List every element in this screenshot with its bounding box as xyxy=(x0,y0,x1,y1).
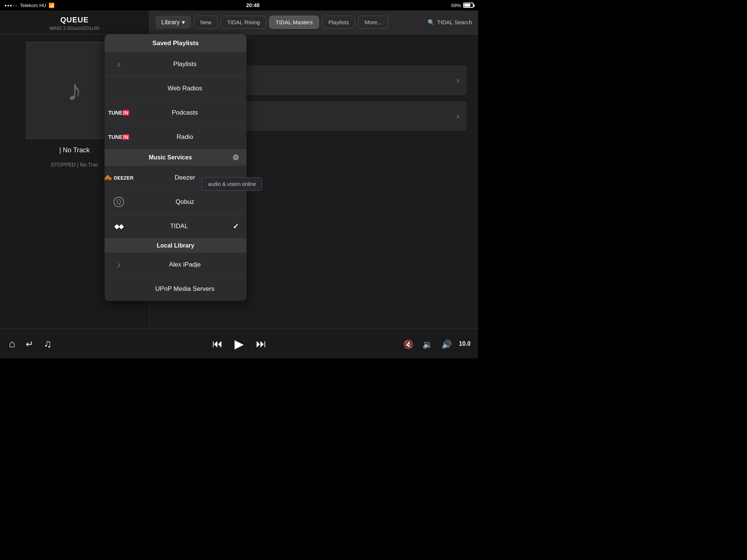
menu-item-alex-ipadje[interactable]: ♪ Alex iPadje xyxy=(105,253,247,277)
alex-ipadje-label: Alex iPadje xyxy=(131,261,239,268)
podcasts-label: Podcasts xyxy=(131,109,239,116)
tidal-rising-tab[interactable]: TIDAL Rising xyxy=(221,16,266,29)
web-radios-icon xyxy=(112,82,125,95)
queue-title: QUEUE xyxy=(4,16,145,24)
tidal-masters-tab[interactable]: TIDAL Masters xyxy=(269,16,319,29)
volume-up-icon: 🔊 xyxy=(441,340,452,349)
status-right: 69% xyxy=(451,3,474,8)
battery-percent: 69% xyxy=(451,3,461,8)
enter-icon: ↵ xyxy=(26,339,33,349)
queue-header: QUEUE MiND 2-501e2d201c80 xyxy=(0,10,149,34)
bottom-toolbar: ⌂ ↵ ♫ ⏮ ▶ ⏭ 🔇 🔉 🔊 10.0 xyxy=(0,329,478,358)
prev-icon: ⏮ xyxy=(212,338,223,349)
gear-icon[interactable]: ⚙ xyxy=(232,153,239,162)
deezer-bars-icon xyxy=(105,175,111,180)
tunein-podcasts-logo: TUNEIN xyxy=(112,106,125,119)
status-bar: ●●●○○ Telekom HU 📶 20:48 69% xyxy=(0,0,478,10)
volume-controls: 🔇 🔉 🔊 10.0 xyxy=(402,336,471,351)
mute-icon: 🔇 xyxy=(403,340,413,349)
battery-icon xyxy=(463,3,474,8)
queue-icon: ♫ xyxy=(44,338,52,349)
menu-item-qobuz[interactable]: Q Qobuz xyxy=(105,190,247,214)
menu-item-playlists[interactable]: ♪ Playlists xyxy=(105,52,247,77)
new-tab[interactable]: New xyxy=(194,16,218,29)
home-icon: ⌂ xyxy=(9,338,15,349)
queue-button[interactable]: ♫ xyxy=(42,336,53,351)
tunein-radio-logo: TUNEIN xyxy=(112,130,125,144)
upnp-icon xyxy=(112,282,125,296)
local-library-section: Local Library xyxy=(105,239,247,253)
tidal-search-button[interactable]: 🔍 TIDAL Search xyxy=(428,19,472,26)
music-services-section: Music Services ⚙ xyxy=(105,149,247,166)
chevron-right-icon: › xyxy=(456,75,459,85)
volume-value: 10.0 xyxy=(459,340,471,347)
play-icon: ▶ xyxy=(235,337,244,351)
dropdown-menu: Saved Playlists ♪ Playlists Web Radios T… xyxy=(105,34,247,301)
bottom-left-controls: ⌂ ↵ ♫ xyxy=(7,336,53,351)
menu-item-tidal[interactable]: ◆◆ TIDAL ✓ xyxy=(105,214,247,239)
playlists-tab[interactable]: Playlists xyxy=(322,16,355,29)
home-button[interactable]: ⌂ xyxy=(7,336,17,351)
enter-button[interactable]: ↵ xyxy=(24,336,35,351)
qobuz-logo: Q xyxy=(112,195,125,209)
saved-playlists-header: Saved Playlists xyxy=(105,34,247,52)
tidal-check-icon: ✓ xyxy=(233,222,239,231)
local-library-label: Local Library xyxy=(112,242,239,249)
qobuz-label: Qobuz xyxy=(131,198,239,206)
wifi-icon: 📶 xyxy=(49,3,55,8)
next-button[interactable]: ⏭ xyxy=(254,336,268,351)
volume-down-icon: 🔉 xyxy=(422,340,433,349)
music-services-label: Music Services xyxy=(112,154,229,161)
library-button[interactable]: Library ▾ xyxy=(155,16,191,29)
alex-ipadje-icon: ♪ xyxy=(112,258,125,271)
next-icon: ⏭ xyxy=(256,338,266,349)
play-button[interactable]: ▶ xyxy=(233,335,245,352)
playback-controls: ⏮ ▶ ⏭ xyxy=(211,335,268,352)
more-button[interactable]: More... xyxy=(358,16,388,29)
signal-dots: ●●●○○ xyxy=(4,3,18,7)
upnp-label: UPnP Media Servers xyxy=(131,285,239,293)
tidal-label: TIDAL xyxy=(131,223,227,230)
menu-item-podcasts[interactable]: TUNEIN Podcasts xyxy=(105,101,247,125)
previous-button[interactable]: ⏮ xyxy=(211,336,224,351)
web-radios-label: Web Radios xyxy=(131,85,239,92)
library-label: Library xyxy=(161,19,180,26)
nav-bar: Library ▾ New TIDAL Rising TIDAL Masters… xyxy=(149,10,478,34)
chevron-down-icon: ▾ xyxy=(182,19,185,26)
album-art-placeholder-icon: ♪ xyxy=(67,73,82,108)
tooltip-text: audio & vision online xyxy=(208,181,256,187)
status-left: ●●●○○ Telekom HU 📶 xyxy=(4,3,55,8)
tidal-logo: ◆◆ xyxy=(112,220,125,233)
radio-label: Radio xyxy=(131,133,239,141)
playlists-icon: ♪ xyxy=(112,57,125,71)
menu-item-web-radios[interactable]: Web Radios xyxy=(105,77,247,101)
search-icon: 🔍 xyxy=(428,19,435,26)
chevron-right-icon-2: › xyxy=(456,111,459,121)
menu-item-upnp[interactable]: UPnP Media Servers xyxy=(105,277,247,301)
playlists-label: Playlists xyxy=(131,60,239,68)
carrier-name: Telekom HU xyxy=(20,3,46,8)
tooltip: audio & vision online xyxy=(202,177,262,191)
volume-up-button[interactable]: 🔊 xyxy=(440,336,453,351)
mute-button[interactable]: 🔇 xyxy=(402,336,415,351)
menu-item-radio[interactable]: TUNEIN Radio xyxy=(105,125,247,149)
queue-subtitle: MiND 2-501e2d201c80 xyxy=(4,25,145,31)
deezer-logo: DEEZER xyxy=(112,171,125,184)
status-time: 20:48 xyxy=(246,2,260,8)
volume-down-button[interactable]: 🔉 xyxy=(421,336,434,351)
